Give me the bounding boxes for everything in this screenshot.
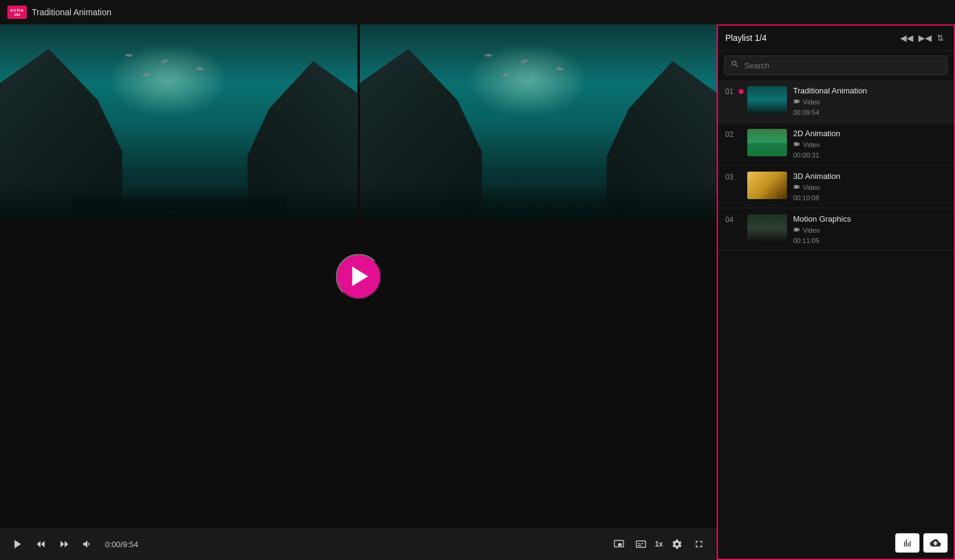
captions-button[interactable] [633, 536, 649, 552]
svg-marker-1 [37, 541, 40, 548]
item-duration-2: 00:00:31 [793, 151, 946, 159]
svg-marker-2 [41, 541, 45, 548]
logo-icon: echo 360 [7, 5, 27, 19]
controls-bar: 0:00/9:54 [0, 528, 717, 560]
item-type-3: Video [793, 183, 946, 192]
video-left [0, 24, 357, 220]
item-type-1: Video [793, 98, 946, 106]
settings-button[interactable] [669, 536, 685, 552]
volume-area [79, 536, 95, 552]
play-ctrl-button[interactable] [10, 536, 26, 552]
svg-rect-7 [636, 541, 645, 548]
item-type-2: Video [793, 140, 946, 149]
item-number-1: 01 [725, 86, 739, 96]
svg-rect-9 [641, 544, 643, 545]
playlist-expand-button[interactable]: ⇅ [934, 32, 946, 44]
item-info-4: Motion Graphics Video 00:11:05 [793, 214, 946, 244]
playlist-next-button[interactable]: ▶◀ [916, 32, 934, 44]
item-title-1: Traditional Animation [793, 86, 946, 95]
main-container: 0:00/9:54 [0, 24, 955, 560]
playlist-item-1[interactable]: 01 Traditional Animation Video [718, 80, 954, 123]
item-title-2: 2D Animation [793, 129, 946, 138]
time-display: 0:00/9:54 [105, 540, 138, 549]
svg-marker-0 [15, 540, 21, 548]
video-area: 0:00/9:54 [0, 24, 717, 560]
right-controls: 1x [611, 536, 707, 552]
item-number-2: 02 [725, 129, 739, 139]
bottom-buttons [895, 533, 948, 553]
app-header: echo 360 Traditional Animation [0, 0, 955, 24]
play-icon [352, 267, 368, 286]
search-icon [731, 60, 739, 71]
item-number-4: 04 [725, 214, 739, 224]
playlist-title: Playlist 1/4 [725, 33, 898, 43]
svg-rect-6 [618, 544, 621, 547]
page-title: Traditional Animation [32, 7, 111, 17]
item-duration-1: 00:09:54 [793, 109, 946, 116]
item-title-4: Motion Graphics [793, 214, 946, 224]
svg-marker-4 [65, 541, 68, 548]
video-icon-1 [793, 98, 800, 106]
item-number-3: 03 [725, 172, 739, 181]
volume-button[interactable] [79, 536, 95, 552]
speed-badge[interactable]: 1x [655, 540, 663, 548]
stats-button[interactable] [895, 533, 920, 553]
item-thumb-4 [747, 214, 787, 242]
playlist-item-4[interactable]: 04 Motion Graphics Video 0 [718, 208, 954, 251]
playlist-search-box [724, 56, 948, 75]
item-duration-3: 00:10:08 [793, 194, 946, 202]
item-thumb-3 [747, 172, 787, 199]
playlist-items: 01 Traditional Animation Video [718, 80, 954, 559]
item-title-3: 3D Animation [793, 172, 946, 181]
item-info-3: 3D Animation Video 00:10:08 [793, 172, 946, 202]
search-input[interactable] [744, 61, 941, 70]
svg-marker-3 [60, 541, 64, 548]
fast-forward-button[interactable] [56, 536, 72, 552]
video-right [360, 24, 717, 220]
playlist-prev-button[interactable]: ◀◀ [898, 32, 916, 44]
fullscreen-button[interactable] [691, 536, 707, 552]
svg-rect-10 [637, 545, 641, 547]
playlist-panel: Playlist 1/4 ◀◀ ▶◀ ⇅ 01 [717, 24, 955, 560]
play-button[interactable] [335, 253, 381, 299]
playlist-header: Playlist 1/4 ◀◀ ▶◀ ⇅ [718, 26, 954, 51]
rewind-button[interactable] [33, 536, 49, 552]
item-thumb-1 [747, 86, 787, 114]
item-thumb-2 [747, 129, 787, 156]
item-info-1: Traditional Animation Video 00:09:54 [793, 86, 946, 116]
video-wrapper [0, 24, 717, 560]
item-active-dot-1 [739, 89, 744, 94]
item-type-4: Video [793, 226, 946, 235]
upload-button[interactable] [923, 533, 948, 553]
playlist-item-3[interactable]: 03 3D Animation Video 00:1 [718, 165, 954, 208]
logo: echo 360 [7, 5, 27, 19]
video-icon-2 [793, 140, 800, 149]
video-icon-3 [793, 183, 800, 192]
video-icon-4 [793, 226, 800, 235]
screen-button[interactable] [611, 536, 627, 552]
item-info-2: 2D Animation Video 00:00:31 [793, 129, 946, 159]
item-duration-4: 00:11:05 [793, 237, 946, 244]
playlist-item-2[interactable]: 02 2D Animation Video [718, 123, 954, 165]
svg-rect-8 [637, 544, 640, 545]
